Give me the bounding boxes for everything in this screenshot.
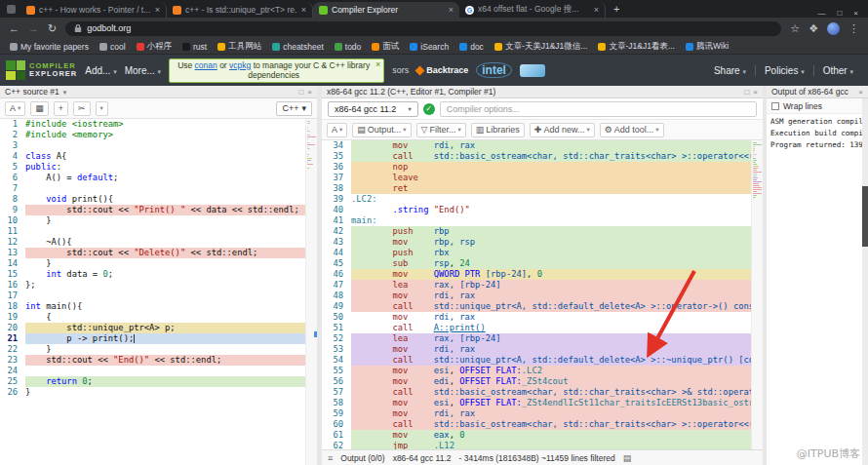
maximize-pane-icon[interactable]: □ [298,86,303,98]
compiler-select[interactable]: x86-64 gcc 11.2▾ [328,101,418,117]
backtrace-logo[interactable]: Backtrace [416,65,468,75]
filter-menu-button[interactable]: ▽ Filter... ▾ [416,123,466,137]
share-menu[interactable]: Share ▾ [705,65,755,76]
extensions-icon[interactable]: ❖ [809,23,818,34]
source-minimap[interactable] [305,119,317,465]
watermark: @ITPUB博客 [797,446,860,461]
tab-close-icon[interactable]: × [301,5,306,15]
close-pane-icon[interactable]: × [307,86,312,98]
banner-close-icon[interactable]: × [375,59,380,70]
minimize-button[interactable]: — [817,9,825,18]
bookmark-item[interactable]: 腾讯Wiki [686,41,729,53]
bookmark-item[interactable]: iSearch [410,42,449,52]
compiler-pane-header[interactable]: x86-64 gcc 11.2 (C++, Editor #1, Compile… [322,86,763,98]
maximize-button[interactable]: □ [837,9,842,18]
footer-library-icon[interactable]: ▤ [623,453,632,463]
bookmark-item[interactable]: My favorite papers [10,42,89,52]
editor-more-icon[interactable]: ▾ [96,101,108,116]
conan-link[interactable]: conan [195,60,217,70]
bookmark-label: todo [345,42,362,52]
source-pane-header[interactable]: C++ source #1 ▾ □ × [0,86,317,98]
bookmark-item[interactable]: cheatsheet [272,42,324,52]
back-button[interactable]: ← [9,23,20,34]
tab-close-icon[interactable]: × [155,5,160,15]
ce-logo[interactable]: COMPILER EXPLORER [6,60,77,80]
output-scrollbar[interactable] [862,98,868,465]
add-editor-icon[interactable]: + [54,101,68,116]
browser-tab[interactable]: Gx64 offset flat - Google 搜...× [459,2,606,18]
line-number: 35 [322,151,351,162]
line-number: 34 [322,140,351,151]
bookmark-item[interactable]: 文章-J1&J1看表... [598,41,675,53]
close-pane-icon[interactable]: × [753,86,758,98]
forward-button[interactable]: → [28,23,39,34]
source-code-line: 2#include <memory> [0,130,317,140]
maximize-pane-icon[interactable]: □ [744,86,749,98]
tab-close-icon[interactable]: × [449,5,454,15]
bookmark-item[interactable]: 工具网站 [217,41,261,53]
bookmark-item[interactable]: 面试 [372,41,399,53]
bookmark-star-icon[interactable]: ☆ [790,23,800,34]
output-menu-button[interactable]: ▤ Output... ▾ [352,123,411,137]
browser-toolbar: ← → ↻ godbolt.org ☆ ❖ ⋮ [0,18,868,39]
tab-title: c++ - Is std::unique_ptr<T> re... [185,5,297,15]
add-menu[interactable]: Add... ▾ [85,65,116,76]
cut-icon[interactable]: ✂ [73,101,91,116]
new-tab-button[interactable]: + [613,3,619,15]
bookmark-item[interactable]: todo [335,42,362,52]
line-number: 40 [322,205,351,215]
line-number: 5 [0,162,25,173]
bookmark-favicon [272,43,280,51]
output-pane-title: Output of x86-64 gcc [771,86,848,98]
add-tool-button[interactable]: ⚙ Add tool... ▾ [600,123,664,137]
asm-editor[interactable]: 34 mov rdi, rax35 call std::basic_ostrea… [322,140,763,449]
policies-menu[interactable]: Policies ▾ [755,65,813,76]
browser-menu-icon[interactable]: ⋮ [848,23,859,34]
bookmark-item[interactable]: 文章-天美J1&J1微信... [494,41,588,53]
profile-avatar[interactable] [827,22,840,35]
pane-dropdown-icon[interactable]: ▾ [63,86,67,98]
font-size-button[interactable]: A ▾ [5,101,25,116]
wrap-lines-checkbox[interactable] [771,102,779,110]
output-line: Execution build compil [770,128,862,139]
close-pane-icon[interactable]: × [858,86,863,98]
browser-tab[interactable]: c++ - Is std::unique_ptr<T> re...× [167,2,313,18]
sponsor-logo-3[interactable] [520,64,545,77]
tab-close-icon[interactable]: × [594,5,599,15]
reload-button[interactable]: ↻ [48,23,57,34]
asm-code-line: 46 mov QWORD PTR [rbp-24], 0 [322,269,763,280]
libraries-button[interactable]: ▥ Libraries [471,123,525,137]
sponsors-label: sors [392,65,409,75]
browser-tab[interactable]: c++ - How works - Pointer / t...× [20,2,167,18]
output-list-icon[interactable]: ≡ [328,453,333,463]
vcpkg-link[interactable]: vcpkg [229,60,251,70]
address-bar[interactable]: godbolt.org [65,21,781,36]
line-number: 25 [0,376,25,387]
more-menu[interactable]: More... ▾ [125,65,161,76]
output-pane-header[interactable]: Output of x86-64 gcc × [767,86,868,98]
add-new-button[interactable]: ✚ Add new... ▾ [530,123,595,137]
bookmark-item[interactable]: cool [99,42,126,52]
footer-output-label[interactable]: Output (0/0) [340,453,384,463]
browser-tab[interactable]: Compiler Explorer× [313,2,459,18]
other-menu[interactable]: Other ▾ [813,65,862,76]
site-info-icon[interactable] [74,23,82,33]
bookmark-item[interactable]: rust [182,42,207,52]
scrollbar-thumb[interactable] [862,186,868,247]
source-editor[interactable]: 1#include <iostream>2#include <memory>34… [0,119,317,465]
close-window-button[interactable]: × [853,9,858,18]
bookmark-item[interactable]: doc [459,42,484,52]
language-select[interactable]: C++▾ [276,101,312,116]
bookmark-item[interactable]: 小程序 [137,41,173,53]
save-icon[interactable]: ▦ [30,101,49,116]
line-number: 56 [322,376,351,387]
asm-minimap[interactable] [751,140,763,449]
asm-code-line: 48 mov rdi, rax [322,291,763,301]
line-number: 39 [322,194,351,205]
font-size-button[interactable]: A ▾ [327,123,347,137]
bookmark-label: doc [470,42,484,52]
asm-code-line: 43 mov rbp, rsp [322,237,763,248]
tab-search-icon[interactable] [7,5,16,14]
compiler-options-input[interactable]: Compiler options... [440,101,757,117]
intel-logo[interactable]: intel [476,62,512,78]
